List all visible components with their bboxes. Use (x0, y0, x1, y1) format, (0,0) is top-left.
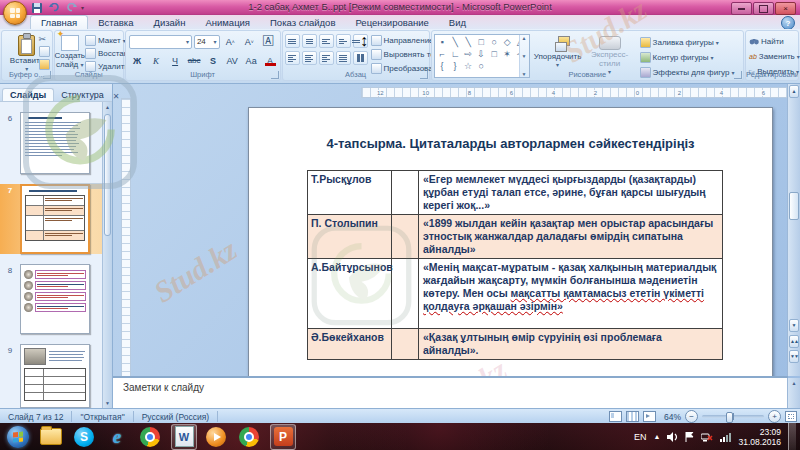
font-dialog-launcher[interactable] (271, 71, 279, 79)
slide-thumbnail-preview[interactable] (20, 344, 90, 408)
slide-indicator[interactable]: Слайд 7 из 12 (0, 411, 72, 422)
strikethrough-button[interactable]: abc (186, 53, 203, 68)
tab-Анимация[interactable]: Анимация (195, 16, 260, 29)
answer-cell[interactable] (392, 329, 419, 359)
shape-icon[interactable]: ╲ (462, 36, 475, 48)
previous-slide-button[interactable]: ▲▲ (789, 335, 799, 348)
character-spacing-button[interactable]: AV (224, 53, 241, 68)
shape-icon[interactable]: ◇ (501, 36, 514, 48)
show-desktop-button[interactable] (788, 423, 796, 450)
quotes-table[interactable]: Т.Рысқұлов«Егер мемлекет мүддесі қырғызд… (307, 170, 723, 360)
browser-taskbar-icon[interactable] (237, 425, 261, 449)
quote-cell[interactable]: «Менің мақсат-мұратым - қазақ халқының м… (419, 259, 722, 328)
grow-font-button[interactable]: A˄ (222, 34, 239, 49)
save-icon[interactable] (30, 2, 44, 13)
slideshow-view-button[interactable] (643, 411, 656, 422)
table-row[interactable]: П. Столыпин«1899 жылдан кейін қазақтар м… (308, 215, 722, 259)
shape-fill-button[interactable]: Заливка фигуры▾ (640, 36, 735, 48)
signal-strength-icon[interactable] (720, 432, 731, 442)
redo-icon[interactable] (64, 2, 78, 13)
shape-icon[interactable]: ✶ (501, 48, 514, 60)
notes-scrollbar[interactable]: ▲ (787, 378, 800, 408)
shape-icon[interactable]: □ (475, 36, 488, 48)
notes-pane[interactable]: Заметки к слайду (113, 376, 788, 408)
office-button[interactable] (3, 1, 27, 25)
table-row[interactable]: Ә.Бөкейханов«Қазақ ұлтының өмір сүруінің… (308, 329, 722, 359)
tab-Дизайн[interactable]: Дизайн (143, 16, 195, 29)
shape-icon[interactable]: ○ (488, 36, 501, 48)
tab-Вид[interactable]: Вид (439, 16, 476, 29)
shrink-font-button[interactable]: A˅ (241, 34, 258, 49)
zoom-slider-thumb[interactable] (726, 412, 733, 423)
answer-cell[interactable] (392, 171, 419, 214)
action-center-flag-icon[interactable] (685, 432, 694, 442)
cut-icon[interactable]: ✂ (39, 34, 50, 44)
tab-Рецензирование[interactable]: Рецензирование (345, 16, 438, 29)
numbering-button[interactable] (302, 34, 317, 48)
clock[interactable]: 23:09 31.08.2016 (738, 427, 781, 447)
zoom-out-button[interactable]: − (685, 410, 698, 423)
skype-taskbar-icon[interactable]: S (72, 425, 96, 449)
author-name-cell[interactable]: Ә.Бөкейханов (308, 329, 392, 359)
find-button[interactable]: Найти (749, 35, 795, 47)
align-left-button[interactable] (285, 51, 300, 65)
slide-thumbnail-6[interactable]: 6 (0, 112, 103, 174)
volume-icon[interactable] (667, 432, 678, 442)
tab-Вставка[interactable]: Вставка (88, 16, 143, 29)
zoom-in-button[interactable]: + (768, 410, 781, 423)
slide-thumbnail-9[interactable]: 9 (0, 344, 103, 408)
qat-customize-chevron-icon[interactable]: ▾ (81, 4, 84, 11)
font-name-combo[interactable]: ▾ (129, 35, 192, 49)
network-disconnected-icon[interactable] (701, 432, 713, 442)
keyboard-language[interactable]: EN (634, 432, 647, 442)
copy-icon[interactable] (39, 46, 50, 57)
author-name-cell[interactable]: П. Столыпин (308, 215, 392, 258)
increase-indent-button[interactable] (336, 34, 351, 48)
undo-icon[interactable] (47, 2, 61, 13)
shape-outline-button[interactable]: Контур фигуры▾ (640, 51, 735, 63)
vertical-scrollbar[interactable]: ▲ ▼ ▲▲ ▼▼ (787, 84, 800, 376)
slide-thumbnail-preview[interactable] (20, 264, 90, 334)
replace-button[interactable]: ab Заменить▾ (749, 50, 795, 62)
explorer-taskbar-icon[interactable] (39, 425, 63, 449)
zoom-level[interactable]: 64% (664, 412, 681, 422)
clipboard-dialog-launcher[interactable] (43, 71, 51, 79)
scroll-up-icon[interactable]: ▲ (789, 85, 799, 98)
bold-button[interactable]: Ж (129, 53, 146, 68)
shape-icon[interactable]: ⇨ (462, 48, 475, 60)
theme-name[interactable]: "Открытая" (72, 411, 133, 422)
help-button[interactable]: ? (781, 16, 795, 30)
fit-to-window-button[interactable] (785, 411, 797, 422)
scroll-down-icon[interactable]: ▼ (789, 319, 799, 332)
language-indicator[interactable]: Русский (Россия) (134, 411, 218, 422)
minimize-button[interactable] (731, 2, 752, 15)
text-shadow-button[interactable]: S (205, 53, 222, 68)
line-spacing-button[interactable]: ↕ (353, 34, 368, 48)
clear-formatting-button[interactable]: 🄰 (260, 34, 277, 49)
change-case-button[interactable]: Аа (243, 53, 260, 68)
answer-cell[interactable] (392, 215, 419, 258)
start-taskbar-icon[interactable] (6, 425, 30, 449)
align-right-button[interactable] (319, 51, 334, 65)
slide-thumbnail-preview[interactable] (20, 184, 90, 254)
word-taskbar-icon[interactable]: W (171, 424, 197, 450)
new-slide-button[interactable]: Создать слайд ▾ (55, 31, 85, 72)
normal-view-button[interactable] (609, 411, 622, 422)
slide-title[interactable]: 4-тапсырма. Цитаталарды авторлармен сәйк… (249, 136, 772, 151)
justify-button[interactable] (336, 51, 351, 65)
font-color-button[interactable]: А (262, 53, 279, 68)
table-row[interactable]: Т.Рысқұлов«Егер мемлекет мүддесі қырғызд… (308, 171, 722, 215)
columns-button[interactable] (353, 51, 368, 65)
notes-placeholder[interactable]: Заметки к слайду (113, 378, 788, 393)
powerpoint-taskbar-icon[interactable]: P (270, 424, 296, 450)
font-size-combo[interactable]: 24▾ (194, 35, 220, 49)
answer-cell[interactable] (392, 259, 419, 328)
media-player-taskbar-icon[interactable] (204, 425, 228, 449)
shape-icon[interactable]: □ (488, 48, 501, 60)
slides-pane-scrollbar-thumb[interactable] (104, 114, 111, 236)
format-painter-icon[interactable] (39, 59, 50, 70)
italic-button[interactable]: К (148, 53, 165, 68)
scrollbar-thumb[interactable] (789, 192, 799, 220)
tray-expand-icon[interactable]: ▲ (654, 433, 661, 440)
quote-cell[interactable]: «1899 жылдан кейін қазақтар мен орыстар … (419, 215, 722, 258)
